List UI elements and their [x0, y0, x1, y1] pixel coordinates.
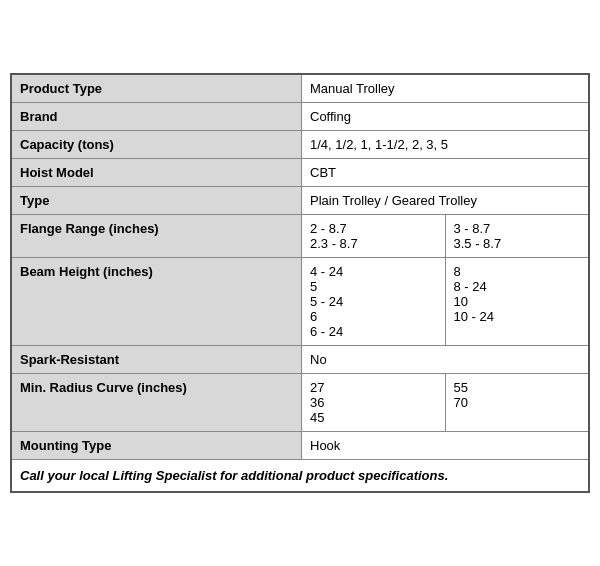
row-hoist-model: Hoist Model CBT [12, 159, 588, 187]
row-spark-resistant: Spark-Resistant No [12, 346, 588, 374]
value-spark-resistant: No [302, 346, 588, 373]
value-capacity: 1/4, 1/2, 1, 1-1/2, 2, 3, 5 [302, 131, 588, 158]
value-type: Plain Trolley / Geared Trolley [302, 187, 588, 214]
label-capacity: Capacity (tons) [12, 131, 302, 158]
value-min-radius: 27 36 45 55 70 [302, 374, 588, 431]
flange-col2: 3 - 8.7 3.5 - 8.7 [446, 215, 589, 257]
radius-col2: 55 70 [446, 374, 589, 431]
row-brand: Brand Coffing [12, 103, 588, 131]
value-brand: Coffing [302, 103, 588, 130]
label-brand: Brand [12, 103, 302, 130]
row-type: Type Plain Trolley / Geared Trolley [12, 187, 588, 215]
radius-col1: 27 36 45 [302, 374, 446, 431]
row-flange-range: Flange Range (inches) 2 - 8.7 2.3 - 8.7 … [12, 215, 588, 258]
value-product-type: Manual Trolley [302, 75, 588, 102]
label-min-radius: Min. Radius Curve (inches) [12, 374, 302, 431]
value-flange-range: 2 - 8.7 2.3 - 8.7 3 - 8.7 3.5 - 8.7 [302, 215, 588, 257]
label-beam-height: Beam Height (inches) [12, 258, 302, 345]
label-spark-resistant: Spark-Resistant [12, 346, 302, 373]
footer-row: Call your local Lifting Specialist for a… [12, 460, 588, 491]
value-hoist-model: CBT [302, 159, 588, 186]
beam-col1: 4 - 24 5 5 - 24 6 6 - 24 [302, 258, 446, 345]
row-capacity: Capacity (tons) 1/4, 1/2, 1, 1-1/2, 2, 3… [12, 131, 588, 159]
label-hoist-model: Hoist Model [12, 159, 302, 186]
label-product-type: Product Type [12, 75, 302, 102]
specs-table: Product Type Manual Trolley Brand Coffin… [10, 73, 590, 493]
row-product-type: Product Type Manual Trolley [12, 75, 588, 103]
label-flange-range: Flange Range (inches) [12, 215, 302, 257]
row-mounting-type: Mounting Type Hook [12, 432, 588, 460]
value-mounting-type: Hook [302, 432, 588, 459]
row-min-radius: Min. Radius Curve (inches) 27 36 45 55 7… [12, 374, 588, 432]
footer-text: Call your local Lifting Specialist for a… [12, 460, 588, 491]
beam-col2: 8 8 - 24 10 10 - 24 [446, 258, 589, 345]
flange-col1: 2 - 8.7 2.3 - 8.7 [302, 215, 446, 257]
value-beam-height: 4 - 24 5 5 - 24 6 6 - 24 8 8 - 24 10 10 … [302, 258, 588, 345]
label-mounting-type: Mounting Type [12, 432, 302, 459]
row-beam-height: Beam Height (inches) 4 - 24 5 5 - 24 6 6… [12, 258, 588, 346]
label-type: Type [12, 187, 302, 214]
